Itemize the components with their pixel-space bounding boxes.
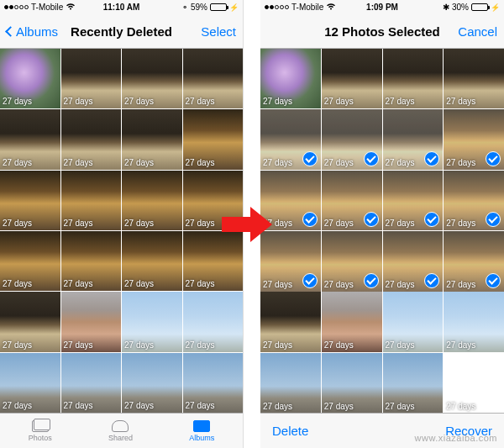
photo-thumb[interactable]: 27 days xyxy=(0,231,60,292)
checkmark-icon xyxy=(302,273,318,288)
tab-photos[interactable]: Photos xyxy=(29,419,52,442)
battery-icon xyxy=(471,3,488,11)
photo-thumb[interactable]: 27 days xyxy=(383,49,444,109)
remaining-days-label: 27 days xyxy=(263,158,292,167)
photo-thumb[interactable]: 27 days xyxy=(322,49,382,109)
photo-thumb[interactable]: 27 days xyxy=(383,353,444,413)
back-button[interactable]: Albums xyxy=(7,24,58,39)
photo-thumb[interactable]: 27 days xyxy=(122,49,182,109)
tab-bar: Photos Shared Albums xyxy=(0,413,243,448)
photo-thumb[interactable]: 27 days xyxy=(260,109,321,170)
photo-thumb[interactable]: 27 days xyxy=(61,49,122,109)
photo-thumb[interactable]: 27 days xyxy=(0,109,60,170)
photo-thumb[interactable]: 27 days xyxy=(183,49,244,109)
remaining-days-label: 27 days xyxy=(263,402,292,411)
remaining-days-label: 27 days xyxy=(64,401,93,410)
remaining-days-label: 27 days xyxy=(64,219,93,228)
remaining-days-label: 27 days xyxy=(324,280,354,289)
photo-thumb[interactable]: 27 days xyxy=(444,231,504,292)
remaining-days-label: 27 days xyxy=(263,280,292,289)
photo-grid[interactable]: 27 days27 days27 days27 days27 days27 da… xyxy=(0,49,243,413)
tab-albums[interactable]: Albums xyxy=(189,419,214,442)
toolbar: Delete Recover xyxy=(260,413,504,448)
photo-thumb[interactable]: 27 days xyxy=(183,171,244,231)
photo-thumb[interactable]: 27 days xyxy=(122,353,182,413)
photo-thumb[interactable]: 27 days xyxy=(0,353,60,413)
tab-shared[interactable]: Shared xyxy=(108,419,133,442)
photo-thumb[interactable]: 27 days xyxy=(260,49,321,109)
photo-thumb[interactable]: 27 days xyxy=(183,292,244,352)
tab-photos-label: Photos xyxy=(29,434,52,442)
photo-thumb[interactable]: 27 days xyxy=(260,292,321,352)
back-label: Albums xyxy=(16,24,58,39)
photo-thumb[interactable]: 27 days xyxy=(122,109,182,170)
remaining-days-label: 27 days xyxy=(324,219,354,228)
checkmark-icon xyxy=(302,151,318,166)
status-time: 1:09 PM xyxy=(260,3,504,12)
phone-right: T-Mobile 1:09 PM ✱ 30% ⚡ 12 Photos Selec… xyxy=(260,0,504,448)
remaining-days-label: 27 days xyxy=(324,97,354,106)
photo-thumb[interactable]: 27 days xyxy=(322,292,382,352)
remaining-days-label: 27 days xyxy=(3,158,32,167)
photo-thumb[interactable]: 27 days xyxy=(260,231,321,292)
photo-grid[interactable]: 27 days27 days27 days27 days27 days27 da… xyxy=(260,49,504,413)
remaining-days-label: 27 days xyxy=(3,97,32,106)
photo-thumb[interactable]: 27 days xyxy=(383,292,444,352)
photo-thumb[interactable]: 27 days xyxy=(183,231,244,292)
remaining-days-label: 27 days xyxy=(186,401,215,410)
photo-thumb[interactable]: 27 days xyxy=(122,171,182,231)
remaining-days-label: 27 days xyxy=(124,340,154,350)
remaining-days-label: 27 days xyxy=(3,340,32,350)
remaining-days-label: 27 days xyxy=(3,219,32,228)
photo-thumb[interactable]: 27 days xyxy=(0,171,60,231)
photo-thumb[interactable]: 27 days xyxy=(322,231,382,292)
albums-icon xyxy=(192,419,211,433)
remaining-days-label: 27 days xyxy=(64,158,93,167)
phone-left: T-Mobile 11:10 AM ⚬ 59% ⚡ Albums Recentl… xyxy=(0,0,244,448)
photo-thumb[interactable]: 27 days xyxy=(444,171,504,231)
remaining-days-label: 27 days xyxy=(186,97,215,106)
photo-thumb[interactable]: 27 days xyxy=(322,171,382,231)
photo-thumb[interactable]: 27 days xyxy=(383,231,444,292)
photo-thumb[interactable]: 27 days xyxy=(260,353,321,413)
photo-thumb[interactable]: 27 days xyxy=(383,109,444,170)
photo-thumb[interactable]: 27 days xyxy=(122,231,182,292)
photo-thumb[interactable]: 27 days xyxy=(61,109,122,170)
photo-thumb[interactable]: 27 days xyxy=(122,292,182,352)
nav-bar: 12 Photos Selected Cancel xyxy=(260,15,504,49)
remaining-days-label: 27 days xyxy=(386,158,415,167)
remaining-days-label: 27 days xyxy=(263,219,292,228)
remaining-days-label: 27 days xyxy=(64,97,93,106)
remaining-days-label: 27 days xyxy=(386,97,415,106)
photo-thumb[interactable]: 27 days xyxy=(322,353,382,413)
remaining-days-label: 27 days xyxy=(64,279,93,288)
remaining-days-label: 27 days xyxy=(324,402,354,411)
checkmark-icon xyxy=(364,273,379,288)
remaining-days-label: 27 days xyxy=(386,340,415,350)
recover-button[interactable]: Recover xyxy=(445,424,492,438)
photo-thumb[interactable]: 27 days xyxy=(444,353,504,413)
remaining-days-label: 27 days xyxy=(124,97,154,106)
photo-thumb[interactable]: 27 days xyxy=(444,49,504,109)
photo-thumb[interactable]: 27 days xyxy=(322,109,382,170)
photo-thumb[interactable]: 27 days xyxy=(61,292,122,352)
checkmark-icon xyxy=(486,151,501,166)
remaining-days-label: 27 days xyxy=(124,158,154,167)
photo-thumb[interactable]: 27 days xyxy=(0,49,60,109)
cancel-button[interactable]: Cancel xyxy=(458,24,497,39)
remaining-days-label: 27 days xyxy=(324,158,354,167)
delete-button[interactable]: Delete xyxy=(272,424,308,438)
photo-thumb[interactable]: 27 days xyxy=(0,292,60,352)
photo-thumb[interactable]: 27 days xyxy=(183,353,244,413)
select-button[interactable]: Select xyxy=(201,24,236,39)
photo-thumb[interactable]: 27 days xyxy=(183,109,244,170)
photo-thumb[interactable]: 27 days xyxy=(383,171,444,231)
photo-thumb[interactable]: 27 days xyxy=(61,231,122,292)
cloud-icon xyxy=(111,419,129,433)
status-bar: T-Mobile 11:10 AM ⚬ 59% ⚡ xyxy=(0,0,243,15)
photo-thumb[interactable]: 27 days xyxy=(444,292,504,352)
photo-thumb[interactable]: 27 days xyxy=(444,109,504,170)
photo-thumb[interactable]: 27 days xyxy=(61,353,122,413)
photo-thumb[interactable]: 27 days xyxy=(61,171,122,231)
photo-thumb[interactable]: 27 days xyxy=(260,171,321,231)
